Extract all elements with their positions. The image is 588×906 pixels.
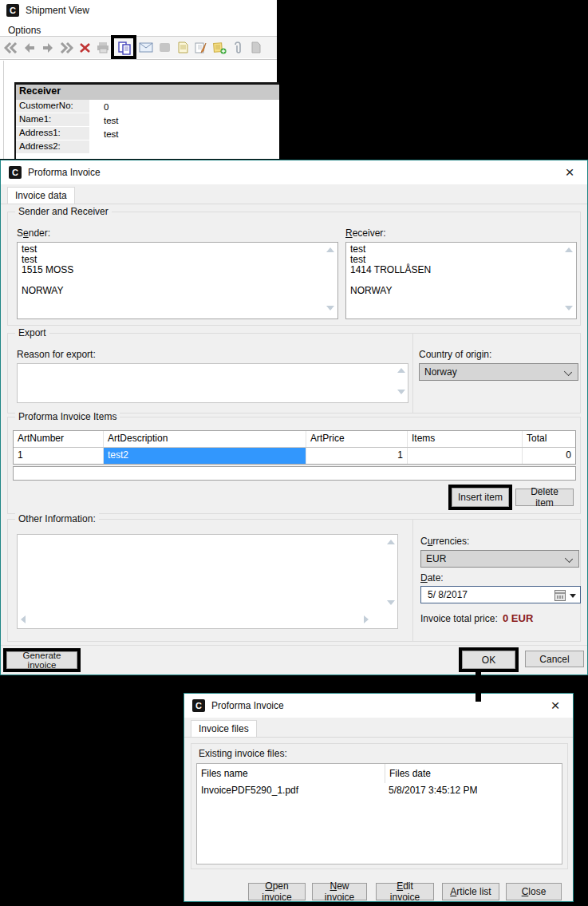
sender-textarea[interactable]: test test 1515 MOSS NORWAY — [17, 242, 338, 319]
other-information-textarea[interactable] — [17, 534, 398, 629]
receiver-textarea[interactable]: test test 1414 TROLLÅSEN NORWAY — [345, 242, 577, 319]
invoice-total-price-value: 0 EUR — [503, 612, 533, 624]
scroll-down-icon[interactable] — [397, 390, 405, 394]
annotation-box-insert-item: Insert item — [448, 485, 512, 510]
cell-file-name[interactable]: InvoicePDF5290_1.pdf — [197, 783, 385, 799]
receiver-panel: Receiver CustomerNo: 0 Name1: test Addre… — [14, 82, 279, 159]
previous-record-icon[interactable] — [21, 40, 38, 56]
field-label: Address2: — [16, 140, 89, 153]
chevron-down-icon — [565, 555, 573, 563]
open-invoice-button[interactable]: Open invoice — [248, 883, 306, 900]
currencies-label: Currencies: — [420, 536, 469, 547]
app-logo-icon: C — [192, 699, 205, 712]
date-picker-field[interactable]: 5/ 8/2017 — [420, 586, 581, 603]
reason-for-export-label: Reason for export: — [17, 349, 96, 360]
close-button[interactable]: Close — [506, 883, 562, 900]
cell-items[interactable] — [408, 448, 523, 464]
tab-invoice-files[interactable]: Invoice files — [191, 720, 257, 738]
close-icon[interactable]: × — [544, 695, 566, 716]
attachment-icon[interactable] — [229, 40, 247, 56]
table-row[interactable]: Address1: test — [16, 127, 279, 140]
receiver-label: Receiver: — [345, 227, 386, 239]
invoice-dialog-title: Proforma Invoice — [28, 167, 101, 178]
scroll-up-icon[interactable] — [397, 368, 405, 373]
currencies-dropdown[interactable]: EUR — [420, 550, 579, 568]
scroll-right-icon[interactable] — [364, 615, 369, 623]
shipment-view-title: Shipment View — [26, 5, 89, 16]
generate-invoice-button[interactable]: Generate invoice — [6, 651, 77, 669]
chevron-down-icon — [564, 368, 572, 376]
document-icon[interactable] — [174, 40, 191, 56]
scroll-left-icon[interactable] — [21, 615, 26, 623]
files-dialog-title: Proforma Invoice — [211, 700, 284, 711]
toolbar-separator — [0, 59, 277, 60]
tabstrip-line — [1, 204, 587, 204]
items-grid-empty-row[interactable] — [13, 466, 576, 481]
calendar-dropdown-icon[interactable] — [570, 594, 576, 598]
page-icon[interactable] — [247, 40, 265, 56]
edit-note-icon[interactable] — [192, 40, 210, 56]
last-record-icon[interactable] — [57, 40, 75, 56]
cell-file-date[interactable]: 5/8/2017 3:45:12 PM — [385, 783, 481, 799]
annotation-box-generate-invoice: Generate invoice — [3, 648, 81, 672]
first-record-icon[interactable] — [2, 40, 20, 56]
shipment-content: Receiver CustomerNo: 0 Name1: test Addre… — [3, 61, 277, 159]
country-of-origin-label: Country of origin: — [419, 349, 491, 360]
ok-button[interactable]: OK — [462, 651, 515, 669]
email-icon[interactable] — [137, 40, 155, 56]
shipment-view-titlebar: C Shipment View — [0, 0, 277, 21]
table-row[interactable]: Address2: — [16, 140, 279, 154]
scroll-down-icon[interactable] — [565, 306, 573, 311]
next-record-icon[interactable] — [39, 40, 57, 56]
scroll-down-icon[interactable] — [387, 600, 395, 605]
table-row[interactable]: CustomerNo: 0 — [16, 100, 279, 113]
sender-receiver-legend: Sender and Receiver — [15, 206, 112, 217]
files-grid-row[interactable]: InvoicePDF5290_1.pdf 5/8/2017 3:45:12 PM — [197, 783, 562, 799]
screenshot-canvas: C Shipment View Options — [0, 0, 588, 906]
article-list-button[interactable]: Article list — [442, 883, 499, 900]
receiver-panel-header: Receiver — [16, 85, 279, 100]
reason-for-export-textarea[interactable] — [17, 363, 408, 403]
table-row[interactable]: Name1: test — [16, 113, 279, 127]
scroll-up-icon[interactable] — [387, 540, 395, 544]
cell-artdescription-selected[interactable]: test2 — [104, 448, 306, 464]
scroll-up-icon[interactable] — [565, 247, 573, 252]
app-logo-icon: C — [6, 4, 19, 17]
edit-invoice-button[interactable]: Edit invoice — [376, 883, 434, 900]
scroll-down-icon[interactable] — [326, 306, 334, 311]
existing-files-label: Existing invoice files: — [199, 748, 287, 759]
delete-icon[interactable] — [76, 40, 93, 56]
copy-invoice-icon[interactable] — [112, 40, 136, 56]
column-header-artnumber[interactable]: ArtNumber — [14, 431, 104, 447]
items-grid: ArtNumber ArtDescription ArtPrice Items … — [13, 430, 576, 465]
shipment-toolbar — [0, 37, 277, 58]
add-note-icon[interactable] — [211, 40, 228, 56]
export-divider — [412, 334, 413, 413]
date-label: Date: — [420, 572, 444, 584]
delete-item-button[interactable]: Delete item — [515, 489, 574, 506]
country-of-origin-dropdown[interactable]: Norway — [419, 363, 578, 381]
insert-item-button[interactable]: Insert item — [452, 488, 509, 507]
cell-artnumber[interactable]: 1 — [14, 448, 104, 464]
column-header-artdescription[interactable]: ArtDescription — [104, 431, 306, 447]
export-icon[interactable] — [156, 40, 173, 56]
cell-total[interactable]: 0 — [523, 448, 575, 464]
calendar-icon[interactable] — [554, 590, 566, 601]
new-invoice-button[interactable]: New invoice — [312, 883, 367, 900]
close-icon[interactable]: × — [558, 162, 581, 183]
column-header-files-date[interactable]: Files date — [385, 764, 435, 783]
column-header-total[interactable]: Total — [523, 431, 575, 447]
cancel-button[interactable]: Cancel — [525, 651, 584, 667]
tab-invoice-data[interactable]: Invoice data — [7, 187, 75, 204]
items-grid-row[interactable]: 1 test2 1 0 — [14, 448, 575, 464]
column-header-files-name[interactable]: Files name — [197, 764, 385, 783]
date-value: 5/ 8/2017 — [428, 589, 468, 600]
print-icon[interactable] — [94, 40, 112, 56]
column-header-items[interactable]: Items — [408, 431, 523, 447]
scroll-up-icon[interactable] — [326, 247, 334, 252]
column-header-artprice[interactable]: ArtPrice — [306, 431, 408, 447]
field-value: 0 — [89, 102, 109, 112]
cell-artprice[interactable]: 1 — [306, 448, 408, 464]
invoice-files-dialog: C Proforma Invoice × Invoice files Exist… — [184, 693, 574, 902]
app-logo-icon: C — [9, 166, 22, 179]
